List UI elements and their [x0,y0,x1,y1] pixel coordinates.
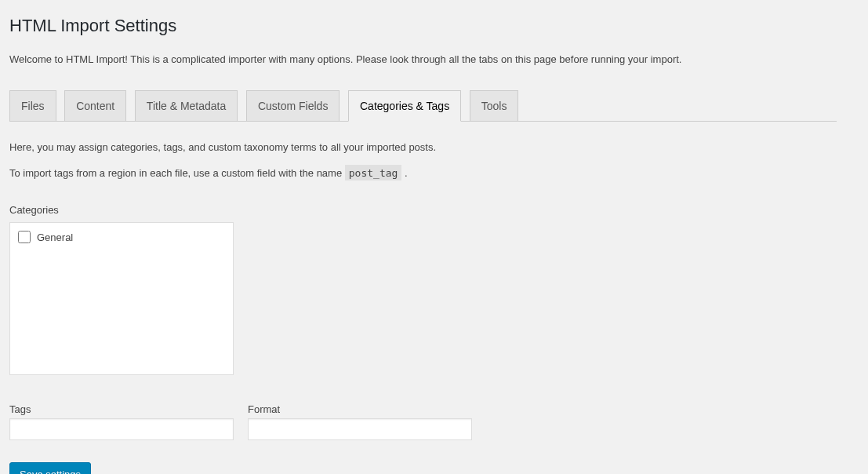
desc-2-suffix: . [401,167,407,179]
category-checkbox-general[interactable] [18,231,31,243]
tab-tools[interactable]: Tools [470,90,519,121]
categories-listbox[interactable]: General [9,222,234,375]
tab-custom-fields[interactable]: Custom Fields [246,90,340,121]
tags-format-row: Tags Format [9,403,837,440]
tab-files[interactable]: Files [9,90,56,121]
tab-categories-tags[interactable]: Categories & Tags [348,90,461,122]
tags-label: Tags [9,403,234,415]
submit-row: Save settings [9,462,837,474]
tab-content[interactable]: Content [64,90,126,121]
format-input[interactable] [248,418,472,440]
desc-line-2: To import tags from a region in each fil… [9,166,837,181]
save-settings-button[interactable]: Save settings [9,462,91,474]
settings-wrap: HTML Import Settings Welcome to HTML Imp… [8,0,852,474]
format-field-col: Format [248,403,472,440]
tags-field-col: Tags [9,403,234,440]
desc-line-1: Here, you may assign categories, tags, a… [9,140,837,155]
format-label: Format [248,403,472,415]
intro-text: Welcome to HTML Import! This is a compli… [9,52,837,67]
category-item-label[interactable]: General [37,232,73,243]
code-post-tag: post_tag [345,165,402,180]
desc-2-prefix: To import tags from a region in each fil… [9,167,345,179]
list-item: General [18,229,225,245]
tab-title-metadata[interactable]: Title & Metadata [135,90,238,121]
page-title: HTML Import Settings [9,8,837,41]
categories-label: Categories [9,204,837,216]
nav-tabs: Files Content Title & Metadata Custom Fi… [9,82,837,122]
tags-input[interactable] [9,418,234,440]
tab-panel-categories-tags: Here, you may assign categories, tags, a… [9,122,837,474]
